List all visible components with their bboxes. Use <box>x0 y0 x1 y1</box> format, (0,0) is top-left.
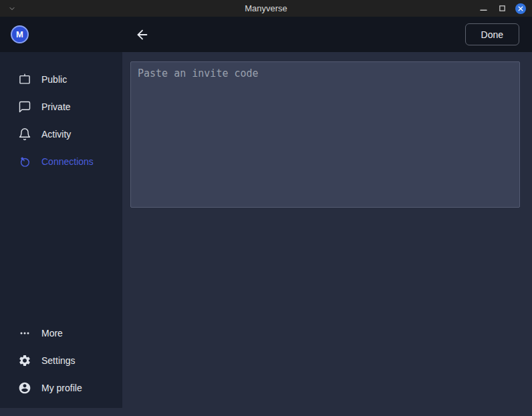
sidebar-item-more[interactable]: More <box>0 319 122 347</box>
app-body: Public Private Activity <box>0 52 532 416</box>
bulletin-board-icon <box>18 73 31 86</box>
close-icon[interactable] <box>515 3 526 14</box>
person-circle-icon <box>18 381 31 395</box>
sidebar-item-label: Connections <box>41 156 94 167</box>
sidebar-item-activity[interactable]: Activity <box>0 120 122 148</box>
gear-icon <box>18 354 31 367</box>
window-title: Manyverse <box>0 3 532 13</box>
sidebar-item-label: Activity <box>41 129 71 140</box>
sidebar-item-settings[interactable]: Settings <box>0 347 122 374</box>
done-button[interactable]: Done <box>465 23 519 45</box>
manyverse-logo: M <box>11 25 29 43</box>
bell-icon <box>18 128 31 141</box>
back-arrow-icon[interactable] <box>134 27 150 43</box>
minimize-icon[interactable] <box>478 3 489 14</box>
sidebar-item-connections[interactable]: Connections <box>0 148 122 175</box>
network-icon <box>18 155 31 168</box>
dots-horizontal-icon <box>18 327 31 340</box>
manyverse-window: Manyverse M Done <box>0 0 532 416</box>
message-square-icon <box>18 100 31 114</box>
sidebar-item-private[interactable]: Private <box>0 93 122 120</box>
restore-window-icon[interactable] <box>497 3 507 14</box>
titlebar: Manyverse <box>0 0 532 17</box>
sidebar-item-my-profile[interactable]: My profile <box>0 374 122 401</box>
sidebar-item-label: Private <box>41 101 71 112</box>
sidebar-item-label: My profile <box>41 383 82 393</box>
sidebar-nav: Public Private Activity <box>0 52 122 175</box>
titlebar-menu-chevron-icon[interactable] <box>7 3 17 14</box>
invite-code-input[interactable] <box>130 61 520 208</box>
app-header: M Done <box>0 17 532 52</box>
sidebar-item-label: More <box>41 328 63 339</box>
sidebar-item-public[interactable]: Public <box>0 65 122 93</box>
window-controls <box>478 3 526 14</box>
sidebar-item-label: Public <box>41 74 67 85</box>
sidebar-footer-nav: More Settings My profile <box>0 319 122 401</box>
sidebar-item-label: Settings <box>41 355 76 366</box>
sidebar: Public Private Activity <box>0 52 122 408</box>
